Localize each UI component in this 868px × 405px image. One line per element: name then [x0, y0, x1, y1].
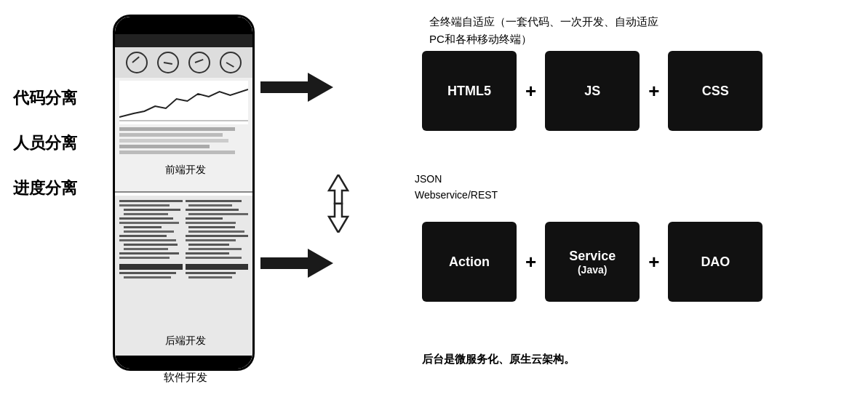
plus-sign-1: + [525, 80, 536, 103]
top-right-arrow [260, 71, 333, 106]
js-card: JS [545, 51, 640, 131]
software-dev-label: 软件开发 [113, 371, 258, 385]
action-card: Action [422, 222, 517, 302]
svg-marker-2 [260, 249, 333, 278]
back-screen [115, 196, 252, 356]
bottom-right-arrow [260, 247, 333, 282]
svg-marker-1 [260, 73, 333, 102]
svg-marker-4 [329, 204, 348, 233]
plus-sign-3: + [525, 251, 536, 273]
updown-exchange-arrow [320, 175, 357, 236]
css-card: CSS [668, 51, 763, 131]
label-progress-separation: 进度分离 [13, 177, 77, 199]
plus-sign-4: + [648, 251, 659, 273]
top-description: 全终端自适应（一套代码、一次开发、自动适应 PC和各种移动终端） [429, 13, 658, 48]
front-screen-label: 前端开发 [113, 164, 258, 177]
dao-card: DAO [668, 222, 763, 302]
main-layout: 代码分离 人员分离 进度分离 [0, 0, 868, 405]
label-code-separation: 代码分离 [13, 87, 77, 109]
service-card: Service (Java) [545, 222, 640, 302]
label-person-separation: 人员分离 [13, 132, 77, 154]
bottom-note: 后台是微服务化、原生云架构。 [422, 353, 575, 366]
plus-sign-2: + [648, 80, 659, 103]
json-rest-label: JSON Webservice/REST [415, 171, 498, 204]
left-labels: 代码分离 人员分离 进度分离 [13, 87, 77, 199]
phone-device [113, 15, 258, 385]
backend-cards-row: Action + Service (Java) + DAO [422, 222, 763, 302]
frontend-cards-row: HTML5 + JS + CSS [422, 51, 763, 131]
html5-card: HTML5 [422, 51, 517, 131]
back-screen-label: 后端开发 [113, 334, 258, 348]
svg-marker-3 [329, 175, 348, 204]
